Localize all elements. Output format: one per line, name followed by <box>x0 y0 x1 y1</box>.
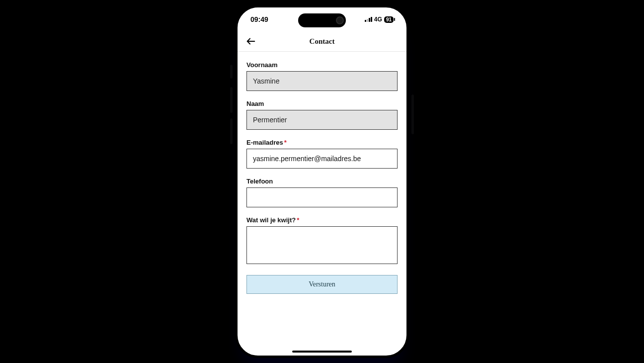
lastname-field[interactable] <box>246 110 398 130</box>
firstname-field[interactable] <box>246 71 398 91</box>
status-time: 09:49 <box>250 15 268 23</box>
dynamic-island <box>298 13 346 27</box>
phone-label: Telefoon <box>246 178 398 185</box>
required-icon: * <box>297 216 299 224</box>
firstname-label: Voornaam <box>246 61 398 69</box>
page-title: Contact <box>310 37 335 46</box>
message-label: Wat wil je kwijt?* <box>246 216 398 224</box>
phone-side-button <box>230 87 233 113</box>
phone-frame: 09:49 4G 91 Contact Voornaam <box>235 5 409 358</box>
home-indicator <box>292 351 352 353</box>
phone-side-button <box>230 65 233 79</box>
signal-icon <box>365 17 372 22</box>
email-field[interactable] <box>246 149 398 169</box>
email-label: E-mailadres* <box>246 139 398 146</box>
phone-side-button <box>411 94 414 134</box>
phone-field[interactable] <box>246 187 398 207</box>
network-label: 4G <box>374 16 382 23</box>
contact-form: Voornaam Naam E-mailadres* Telefoon Wat … <box>238 57 406 345</box>
message-label-text: Wat wil je kwijt? <box>246 216 296 224</box>
required-icon: * <box>284 139 287 146</box>
nav-bar: Contact <box>238 31 406 52</box>
back-button[interactable] <box>244 35 257 48</box>
arrow-left-icon <box>245 36 256 47</box>
battery-level: 91 <box>386 17 392 22</box>
camera-icon <box>336 16 344 24</box>
phone-side-button <box>230 118 233 144</box>
battery-icon: 91 <box>384 16 394 23</box>
email-label-text: E-mailadres <box>246 139 283 146</box>
message-field[interactable] <box>246 226 398 264</box>
submit-button[interactable]: Versturen <box>246 275 398 294</box>
lastname-label: Naam <box>246 100 398 107</box>
